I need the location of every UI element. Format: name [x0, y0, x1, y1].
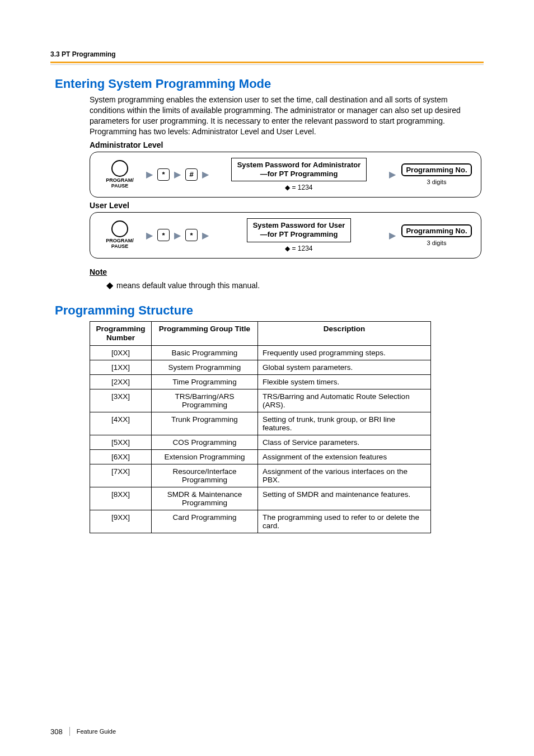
cell-number: [7XX] — [90, 464, 152, 487]
arrow-icon: ▶ — [201, 169, 210, 180]
program-pause-key: PROGRAM/ PAUSE — [98, 220, 142, 250]
admin-password-line2: —for PT Programming — [237, 170, 361, 179]
table-row: [0XX]Basic ProgrammingFrequently used pr… — [90, 345, 431, 360]
page-footer: 308 Feature Guide — [50, 727, 116, 736]
arrow-icon: ▶ — [145, 169, 154, 180]
cell-description: Class of Service parameters. — [258, 435, 431, 449]
table-row: [6XX]Extension ProgrammingAssignment of … — [90, 449, 431, 464]
arrow-icon: ▶ — [145, 230, 154, 241]
cell-number: [6XX] — [90, 449, 152, 464]
programming-no-block: Programming No. 3 digits — [400, 163, 473, 185]
col-header-description: Description — [258, 321, 431, 345]
program-pause-label: PROGRAM/ PAUSE — [106, 238, 134, 250]
default-value-text: = 1234 — [292, 184, 312, 191]
cell-description: Assignment of the extension features — [258, 449, 431, 464]
star-key: * — [157, 229, 170, 241]
section-title-structure: Programming Structure — [55, 303, 484, 318]
intro-paragraph: System programming enables the extension… — [90, 95, 484, 137]
header-rule — [50, 62, 484, 63]
note-line: ◆ means default value through this manua… — [106, 281, 484, 290]
arrow-icon: ▶ — [388, 230, 397, 241]
user-password-line2: —for PT Programming — [253, 230, 345, 239]
table-row: [9XX]Card ProgrammingThe programming use… — [90, 510, 431, 533]
programming-no-sub: 3 digits — [427, 240, 447, 246]
cell-number: [8XX] — [90, 487, 152, 510]
programming-no-box: Programming No. — [401, 163, 471, 176]
arrow-icon: ▶ — [173, 169, 182, 180]
cell-title: System Programming — [152, 360, 258, 374]
cell-number: [9XX] — [90, 510, 152, 533]
arrow-icon: ▶ — [388, 169, 397, 180]
doc-title: Feature Guide — [77, 728, 116, 735]
table-row: [5XX]COS ProgrammingClass of Service par… — [90, 435, 431, 449]
col-header-title: Programming Group Title — [152, 321, 258, 345]
cell-number: [3XX] — [90, 389, 152, 412]
programming-no-box: Programming No. — [401, 224, 471, 237]
programming-structure-table: Programming Number Programming Group Tit… — [90, 321, 431, 533]
cell-title: TRS/Barring/ARS Programming — [152, 389, 258, 412]
program-pause-icon — [111, 160, 128, 177]
user-password-box: System Password for User —for PT Program… — [247, 218, 352, 242]
cell-title: COS Programming — [152, 435, 258, 449]
arrow-icon: ▶ — [173, 230, 182, 241]
admin-password-block: System Password for Administrator —for P… — [213, 158, 385, 192]
footer-divider — [69, 727, 70, 736]
note-heading: Note — [90, 267, 484, 276]
programming-no-sub: 3 digits — [427, 179, 447, 185]
cell-title: Time Programming — [152, 374, 258, 389]
cell-description: Assignment of the various interfaces on … — [258, 464, 431, 487]
cell-number: [5XX] — [90, 435, 152, 449]
diamond-icon: ◆ — [106, 281, 113, 290]
cell-description: Frequently used programming steps. — [258, 345, 431, 360]
cell-title: SMDR & Maintenance Programming — [152, 487, 258, 510]
admin-sequence-diagram: PROGRAM/ PAUSE ▶ * ▶ # ▶ System Password… — [90, 152, 481, 198]
user-default-value: ◆ = 1234 — [285, 245, 312, 252]
program-pause-icon — [111, 220, 128, 237]
arrow-icon: ▶ — [201, 230, 210, 241]
user-level-label: User Level — [90, 201, 484, 210]
cell-description: The programming used to refer to or dele… — [258, 510, 431, 533]
breadcrumb: 3.3 PT Programming — [50, 50, 484, 62]
note-text: means default value through this manual. — [116, 281, 260, 290]
user-password-line1: System Password for User — [253, 221, 345, 230]
program-pause-key: PROGRAM/ PAUSE — [98, 160, 142, 189]
col-header-number: Programming Number — [90, 321, 152, 345]
admin-password-box: System Password for Administrator —for P… — [231, 158, 367, 182]
admin-default-value: ◆ = 1234 — [285, 184, 312, 191]
cell-description: Global system parameters. — [258, 360, 431, 374]
cell-number: [4XX] — [90, 412, 152, 435]
table-row: [7XX]Resource/Interface ProgrammingAssig… — [90, 464, 431, 487]
star-key: * — [185, 229, 198, 241]
star-key: * — [157, 168, 170, 181]
table-row: [2XX]Time ProgrammingFlexible system tim… — [90, 374, 431, 389]
table-row: [3XX]TRS/Barring/ARS ProgrammingTRS/Barr… — [90, 389, 431, 412]
cell-description: Flexible system timers. — [258, 374, 431, 389]
cell-title: Basic Programming — [152, 345, 258, 360]
programming-no-block: Programming No. 3 digits — [400, 224, 473, 246]
diamond-icon: ◆ — [285, 184, 290, 191]
cell-number: [2XX] — [90, 374, 152, 389]
admin-password-line1: System Password for Administrator — [237, 161, 361, 170]
cell-title: Trunk Programming — [152, 412, 258, 435]
diamond-icon: ◆ — [285, 245, 290, 252]
program-pause-label: PROGRAM/ PAUSE — [106, 178, 134, 189]
default-value-text: = 1234 — [292, 245, 312, 252]
cell-description: Setting of SMDR and maintenance features… — [258, 487, 431, 510]
cell-title: Resource/Interface Programming — [152, 464, 258, 487]
section-title-entering: Entering System Programming Mode — [55, 77, 484, 91]
user-sequence-diagram: PROGRAM/ PAUSE ▶ * ▶ * ▶ System Password… — [90, 212, 481, 259]
cell-title: Extension Programming — [152, 449, 258, 464]
cell-description: TRS/Barring and Automatic Route Selectio… — [258, 389, 431, 412]
table-row: [8XX]SMDR & Maintenance ProgrammingSetti… — [90, 487, 431, 510]
cell-number: [0XX] — [90, 345, 152, 360]
user-password-block: System Password for User —for PT Program… — [213, 218, 385, 252]
hash-key: # — [185, 168, 198, 181]
cell-title: Card Programming — [152, 510, 258, 533]
table-row: [1XX]System ProgrammingGlobal system par… — [90, 360, 431, 374]
page-number: 308 — [50, 727, 63, 736]
table-row: [4XX]Trunk ProgrammingSetting of trunk, … — [90, 412, 431, 435]
cell-description: Setting of trunk, trunk group, or BRI li… — [258, 412, 431, 435]
admin-level-label: Administrator Level — [90, 140, 484, 149]
cell-number: [1XX] — [90, 360, 152, 374]
